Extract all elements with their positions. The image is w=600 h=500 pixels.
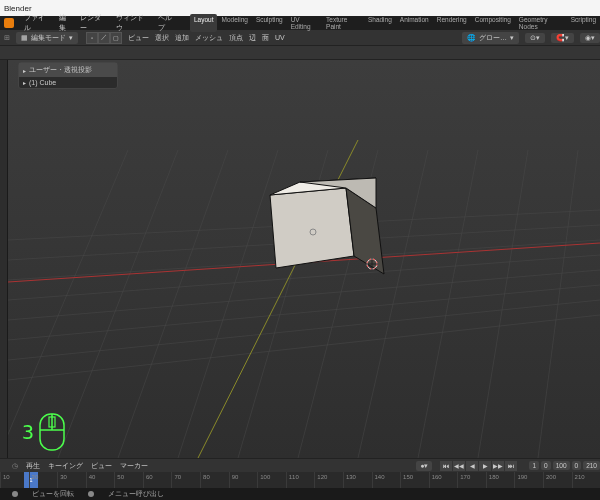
header-edge[interactable]: 辺 xyxy=(249,33,256,43)
mouse-right-icon xyxy=(88,491,94,497)
header-vertex[interactable]: 頂点 xyxy=(229,33,243,43)
timeline-tick: 140 xyxy=(372,472,401,488)
play-reverse-button[interactable]: ◀ xyxy=(466,461,478,471)
screencast-mouse-overlay: 3 xyxy=(22,412,66,452)
prev-keyframe-button[interactable]: ◀◀ xyxy=(453,461,465,471)
tab-modeling[interactable]: Modeling xyxy=(217,14,251,32)
timeline-tick: 10 xyxy=(0,472,29,488)
tab-sculpting[interactable]: Sculpting xyxy=(252,14,287,32)
timeline-tick: 110 xyxy=(286,472,315,488)
status-menu: メニュー呼び出し xyxy=(108,490,164,499)
frame-range-fields: 1 0 100 0 210 xyxy=(529,461,600,470)
header-add[interactable]: 追加 xyxy=(175,33,189,43)
timeline-editor-icon[interactable]: ◷ xyxy=(12,462,18,470)
click-count: 3 xyxy=(22,420,34,444)
viewport-info-panel: ▸ ユーザー・透視投影 ▸ (1) Cube xyxy=(18,62,118,89)
play-button[interactable]: ▶ xyxy=(479,461,491,471)
transport-controls: ⏮ ◀◀ ◀ ▶ ▶▶ ⏭ xyxy=(440,461,517,471)
cube-object[interactable] xyxy=(270,178,384,274)
timeline-tick: 70 xyxy=(171,472,200,488)
proportional-toggle[interactable]: ◉▾ xyxy=(580,33,600,43)
timeline-playback[interactable]: 再生 xyxy=(26,461,40,471)
timeline-tick: 210 xyxy=(572,472,600,488)
timeline-marker[interactable]: マーカー xyxy=(120,461,148,471)
tab-animation[interactable]: Animation xyxy=(396,14,433,32)
status-rotate: ビューを回転 xyxy=(32,490,74,499)
editor-type-icon[interactable]: ⊞ xyxy=(4,34,10,42)
top-menubar: ファイル 編集 レンダー ウィンドウ ヘルプ Layout Modeling S… xyxy=(0,16,600,30)
timeline-tick: 170 xyxy=(457,472,486,488)
disclosure-triangle-icon[interactable]: ▸ xyxy=(23,67,26,74)
timeline-tick: 120 xyxy=(314,472,343,488)
timeline-tick: 130 xyxy=(343,472,372,488)
blender-logo-icon[interactable] xyxy=(4,18,14,28)
3d-viewport[interactable]: ▸ ユーザー・透視投影 ▸ (1) Cube 3 xyxy=(8,60,600,458)
mouse-middle-icon xyxy=(12,491,18,497)
info-row-projection: ▸ ユーザー・透視投影 xyxy=(19,63,117,77)
menu-render[interactable]: レンダー xyxy=(80,13,107,33)
header-uv[interactable]: UV xyxy=(275,34,285,41)
chevron-down-icon: ▾ xyxy=(69,34,73,42)
frame-preview-end[interactable]: 100 xyxy=(553,461,570,470)
svg-line-9 xyxy=(118,150,228,458)
pivot-selector[interactable]: ⊙▾ xyxy=(525,33,545,43)
header-view[interactable]: ビュー xyxy=(128,33,149,43)
tab-uv-editing[interactable]: UV Editing xyxy=(287,14,322,32)
jump-end-button[interactable]: ⏭ xyxy=(505,461,517,471)
svg-line-4 xyxy=(8,300,600,360)
svg-line-8 xyxy=(58,150,178,458)
orientation-selector[interactable]: 🌐 グロー… ▾ xyxy=(462,32,519,44)
mode-selector[interactable]: ▦ 編集モード ▾ xyxy=(16,32,78,44)
toolbar-strip[interactable] xyxy=(0,60,8,458)
tab-shading[interactable]: Shading xyxy=(364,14,396,32)
menu-edit[interactable]: 編集 xyxy=(59,13,73,33)
tab-geometry-nodes[interactable]: Geometry Nodes xyxy=(515,14,567,32)
menu-file[interactable]: ファイル xyxy=(24,13,51,33)
frame-current[interactable]: 1 xyxy=(529,461,539,470)
frame-start2[interactable]: 0 xyxy=(572,461,582,470)
timeline-tick: 60 xyxy=(143,472,172,488)
timeline-editor[interactable]: 1 10203040506070809010011012013014015016… xyxy=(0,472,600,488)
timeline-tick: 40 xyxy=(86,472,115,488)
globe-icon: 🌐 xyxy=(467,34,476,42)
timeline-tick: 200 xyxy=(543,472,572,488)
edge-mode-button[interactable]: ／ xyxy=(98,32,110,44)
mouse-icon xyxy=(38,412,66,452)
tab-compositing[interactable]: Compositing xyxy=(471,14,515,32)
next-keyframe-button[interactable]: ▶▶ xyxy=(492,461,504,471)
face-mode-button[interactable]: ▢ xyxy=(110,32,122,44)
timeline-view[interactable]: ビュー xyxy=(91,461,112,471)
timeline-keying[interactable]: キーイング xyxy=(48,461,83,471)
tab-texture-paint[interactable]: Texture Paint xyxy=(322,14,364,32)
disclosure-triangle-icon[interactable]: ▸ xyxy=(23,79,26,86)
header-face[interactable]: 面 xyxy=(262,33,269,43)
viewport-subheader xyxy=(0,46,600,60)
svg-line-10 xyxy=(178,150,278,458)
autokey-toggle[interactable]: ●▾ xyxy=(416,461,432,471)
tab-rendering[interactable]: Rendering xyxy=(433,14,471,32)
select-mode-toggles: ▫ ／ ▢ xyxy=(86,32,122,44)
timeline-tick: 160 xyxy=(429,472,458,488)
svg-line-14 xyxy=(418,150,478,458)
timeline-tick: 30 xyxy=(57,472,86,488)
snap-toggle[interactable]: 🧲▾ xyxy=(551,33,574,43)
frame-start[interactable]: 0 xyxy=(541,461,551,470)
header-select[interactable]: 選択 xyxy=(155,33,169,43)
app-title: Blender xyxy=(4,4,32,13)
edit-mode-icon: ▦ xyxy=(21,34,28,42)
timeline-tick: 180 xyxy=(486,472,515,488)
frame-end[interactable]: 210 xyxy=(583,461,600,470)
jump-start-button[interactable]: ⏮ xyxy=(440,461,452,471)
timeline-tick: 100 xyxy=(257,472,286,488)
tool-controlbar: ⊞ ▦ 編集モード ▾ ▫ ／ ▢ ビュー 選択 追加 メッシュ 頂点 辺 面 … xyxy=(0,30,600,46)
tab-layout[interactable]: Layout xyxy=(190,14,218,32)
svg-marker-18 xyxy=(270,188,354,268)
status-bar: ビューを回転 メニュー呼び出し xyxy=(0,488,600,500)
menu-help[interactable]: ヘルプ xyxy=(158,13,178,33)
timeline-tick: 80 xyxy=(200,472,229,488)
timeline-tick: 90 xyxy=(229,472,258,488)
tab-scripting[interactable]: Scripting xyxy=(567,14,600,32)
header-mesh[interactable]: メッシュ xyxy=(195,33,223,43)
menu-window[interactable]: ウィンドウ xyxy=(116,13,150,33)
vertex-mode-button[interactable]: ▫ xyxy=(86,32,98,44)
